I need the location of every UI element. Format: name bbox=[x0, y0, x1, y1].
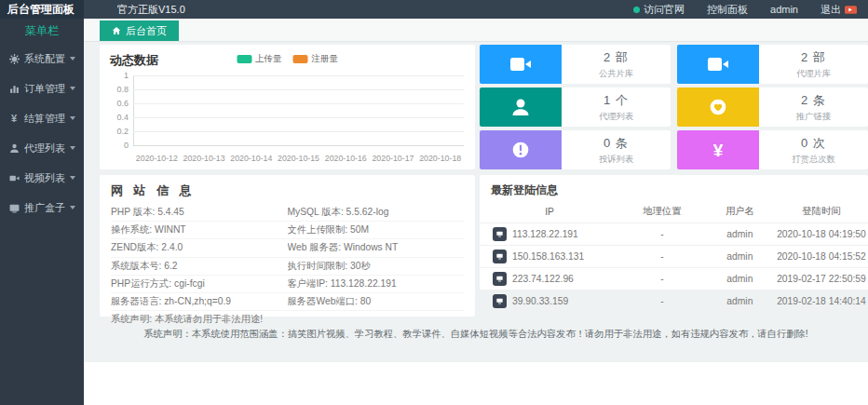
info-row: PHP运行方式: cgi-fcgi 客户端IP: 113.128.22.191 bbox=[111, 276, 464, 293]
ip-badge-icon bbox=[493, 294, 507, 308]
legend-item-uploads[interactable]: 上传量 bbox=[237, 53, 282, 65]
sidebar-item-videos[interactable]: 视频列表 bbox=[0, 163, 84, 193]
sidebar-item-label: 代理列表 bbox=[24, 142, 65, 155]
app-brand: 后台管理面板 bbox=[0, 0, 84, 19]
legend-label: 注册量 bbox=[312, 53, 339, 65]
top-nav: 访问官网 控制面板 admin 退出 bbox=[633, 3, 868, 17]
y-tick: 1 bbox=[104, 71, 129, 80]
nav-visit-site-label: 访问官网 bbox=[644, 3, 685, 17]
sidebar-item-label: 系统配置 bbox=[24, 52, 65, 66]
cell-user: admin bbox=[705, 223, 775, 246]
stat-card-complaints[interactable]: 0 条 投诉列表 bbox=[480, 130, 671, 169]
sidebar-item-system-config[interactable]: 系统配置 bbox=[0, 44, 84, 74]
stat-label: 推广链接 bbox=[796, 111, 831, 123]
sidebar-item-agents[interactable]: 代理列表 bbox=[0, 133, 84, 163]
cell-user: admin bbox=[705, 290, 775, 313]
ip-badge-icon bbox=[493, 250, 507, 263]
info-row: 系统版本号: 6.2 执行时间限制: 30秒 bbox=[111, 258, 464, 276]
x-tick: 2020-10-12 bbox=[133, 154, 181, 163]
col-header-time: 登陆时间 bbox=[775, 202, 868, 223]
chevron-down-icon bbox=[70, 206, 75, 209]
info-row: 服务器语言: zh-CN,zh;q=0.9 服务器Web端口: 80 bbox=[111, 293, 464, 311]
home-icon bbox=[112, 26, 121, 35]
cell-geo: - bbox=[619, 290, 705, 313]
stat-value: 1 个 bbox=[604, 92, 629, 109]
cell-geo: - bbox=[619, 246, 705, 268]
tab-bar: 后台首页 bbox=[84, 19, 868, 42]
sidebar-item-settlement[interactable]: ¥ 结算管理 bbox=[0, 103, 84, 133]
tab-dashboard-home[interactable]: 后台首页 bbox=[100, 20, 179, 41]
site-info-card: 网 站 信 息 PHP 版本: 5.4.45 MySQL 版本: 5.5.62-… bbox=[100, 175, 475, 317]
sidebar-item-orders[interactable]: 订单管理 bbox=[0, 74, 84, 103]
legend-item-registrations[interactable]: 注册量 bbox=[293, 53, 339, 65]
user-icon bbox=[8, 142, 20, 154]
nav-logout[interactable]: 退出 bbox=[821, 3, 857, 17]
stat-cards-grid: 2 部 公共片库 2 部 代理片库 1 个 代理列表 bbox=[480, 45, 868, 169]
login-info-card: 最新登陆信息 IP 地理位置 用户名 登陆时间 113.128.22.191 -… bbox=[480, 175, 868, 290]
legend-swatch-green bbox=[237, 55, 251, 63]
col-header-ip: IP bbox=[480, 202, 619, 223]
stat-value: 2 条 bbox=[801, 92, 826, 109]
y-tick: 0.8 bbox=[104, 85, 129, 94]
sidebar-item-label: 推广盒子 bbox=[24, 201, 65, 215]
heart-circle-icon bbox=[677, 88, 759, 127]
main-area: 后台首页 动态数据 上传量 注册量 1 0.8 0.6 bbox=[84, 19, 868, 405]
col-header-geo: 地理位置 bbox=[619, 202, 705, 223]
stat-label: 代理列表 bbox=[599, 111, 633, 123]
y-tick: 0.6 bbox=[104, 99, 129, 108]
sidebar-item-label: 结算管理 bbox=[24, 112, 65, 126]
stat-card-reward-count[interactable]: ¥ 0 次 打赏总次数 bbox=[677, 130, 868, 169]
version-label: 官方正版V15.0 bbox=[117, 3, 185, 17]
chevron-down-icon bbox=[70, 176, 75, 180]
x-tick: 2020-10-18 bbox=[416, 154, 464, 163]
sidebar-title: 菜单栏 bbox=[0, 19, 84, 44]
info-row: 操作系统: WINNT 文件上传限制: 50M bbox=[111, 222, 464, 239]
chart-plot-area: 1 0.8 0.6 0.4 0.2 0 bbox=[133, 75, 464, 145]
tab-label: 后台首页 bbox=[126, 24, 167, 38]
y-tick: 0.4 bbox=[104, 113, 129, 122]
y-tick: 0 bbox=[104, 141, 129, 150]
nav-logout-label: 退出 bbox=[821, 3, 841, 17]
cell-user: admin bbox=[705, 246, 775, 268]
chevron-down-icon bbox=[70, 146, 75, 150]
exclamation-circle-icon bbox=[480, 130, 562, 169]
sidebar-item-promo-box[interactable]: 推广盒子 bbox=[0, 193, 84, 223]
x-tick: 2020-10-17 bbox=[370, 154, 417, 163]
cell-time: 2020-10-18 04:15:52 bbox=[775, 246, 868, 268]
stat-value: 0 条 bbox=[604, 135, 629, 152]
sidebar-item-label: 视频列表 bbox=[24, 171, 65, 185]
ip-badge-icon bbox=[493, 272, 507, 286]
chevron-down-icon bbox=[70, 57, 75, 61]
cell-user: admin bbox=[705, 268, 775, 290]
cell-time: 2019-02-17 22:50:59 bbox=[775, 268, 868, 290]
stat-label: 投诉列表 bbox=[599, 154, 633, 166]
bar-chart-icon bbox=[8, 83, 20, 94]
stat-value: 2 部 bbox=[604, 49, 629, 66]
green-dot-icon bbox=[633, 7, 640, 13]
nav-username[interactable]: admin bbox=[770, 4, 798, 15]
yen-icon: ¥ bbox=[8, 113, 20, 124]
info-row: PHP 版本: 5.4.45 MySQL 版本: 5.5.62-log bbox=[111, 204, 464, 222]
nav-control-panel[interactable]: 控制面板 bbox=[707, 3, 748, 17]
system-disclaimer: 系统声明：本系统使用范围涵盖：搞笑图片视频、学习教程、教学课件、自媒体短视频等合… bbox=[84, 328, 868, 341]
nav-visit-site[interactable]: 访问官网 bbox=[633, 3, 685, 17]
ip-badge-icon bbox=[493, 227, 507, 241]
x-tick: 2020-10-16 bbox=[322, 154, 370, 163]
stat-card-agent-list[interactable]: 1 个 代理列表 bbox=[480, 88, 671, 127]
cell-geo: - bbox=[619, 268, 705, 290]
site-info-title: 网 站 信 息 bbox=[100, 175, 475, 204]
box-icon bbox=[8, 202, 20, 213]
login-info-title: 最新登陆信息 bbox=[480, 175, 868, 202]
stat-card-public-library[interactable]: 2 部 公共片库 bbox=[480, 45, 671, 84]
yen-icon: ¥ bbox=[677, 130, 759, 169]
login-table-header: IP 地理位置 用户名 登陆时间 bbox=[480, 202, 868, 223]
cell-ip: 150.158.163.131 bbox=[512, 251, 584, 262]
chevron-down-icon bbox=[70, 116, 75, 120]
col-header-user: 用户名 bbox=[705, 202, 775, 223]
stat-label: 打赏总次数 bbox=[792, 154, 834, 166]
legend-label: 上传量 bbox=[255, 53, 282, 65]
stat-card-agent-library[interactable]: 2 部 代理片库 bbox=[677, 45, 868, 84]
stat-value: 0 次 bbox=[801, 135, 826, 152]
cell-time: 2020-10-18 04:19:50 bbox=[775, 223, 868, 246]
stat-card-promo-links[interactable]: 2 条 推广链接 bbox=[677, 88, 868, 127]
